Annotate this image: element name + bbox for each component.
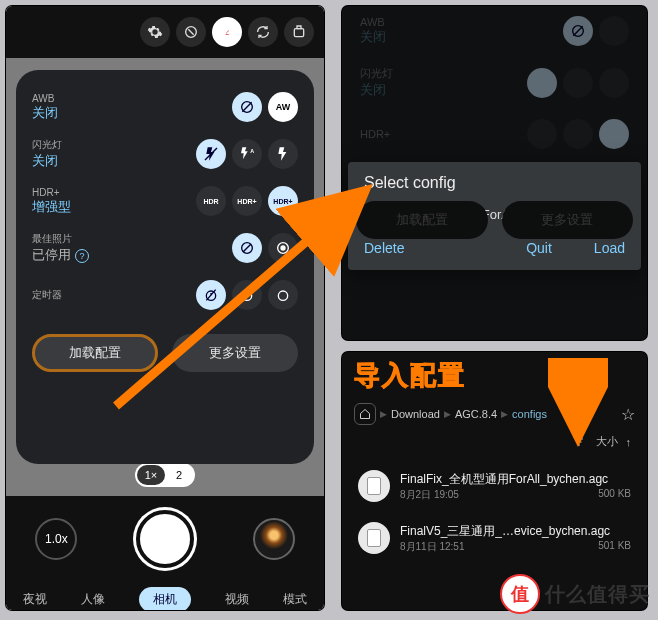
bg-more-settings-button: 更多设置 <box>502 201 634 239</box>
hdr-label: HDR+ <box>32 187 196 198</box>
svg-point-8 <box>281 246 285 250</box>
svg-point-10 <box>242 291 251 300</box>
bg-hdr-2-icon <box>563 119 593 149</box>
more-settings-button[interactable]: 更多设置 <box>172 334 298 372</box>
hdr-off-icon[interactable]: HDR <box>196 186 226 216</box>
file-list: FinalFix_全机型通用ForAll_bychen.agc 8月2日 19:… <box>354 460 635 564</box>
flash-on-icon[interactable] <box>268 139 298 169</box>
chevron-right-icon: ▶ <box>444 409 451 419</box>
file-date: 8月2日 19:05 <box>400 488 459 502</box>
bg-awb-on-icon <box>599 16 629 46</box>
toolbar-icon-4[interactable] <box>248 17 278 47</box>
bg-awb-value: 关闭 <box>360 28 563 46</box>
file-size: 501 KB <box>598 540 631 554</box>
breadcrumb-bar: ▶ Download ▶ AGC.8.4 ▶ configs ☆ <box>354 400 635 428</box>
camera-preview-area: AWB 关闭 AW 闪光灯 关闭 A <box>6 58 324 454</box>
svg-text:A: A <box>250 148 254 154</box>
leica-brand-icon[interactable]: ℒ <box>212 17 242 47</box>
hdr-value: 增强型 <box>32 198 196 216</box>
bg-hdr-label: HDR+ <box>360 128 527 140</box>
mode-portrait[interactable]: 人像 <box>81 591 105 608</box>
file-size: 500 KB <box>598 488 631 502</box>
sort-direction-icon[interactable]: ↑ <box>626 436 632 448</box>
toolbar-icon-2[interactable] <box>176 17 206 47</box>
zoom-1x[interactable]: 1× <box>137 465 165 485</box>
sort-controls[interactable]: 大小 ↑ <box>576 434 632 449</box>
timer-off-icon[interactable] <box>196 280 226 310</box>
awb-value: 关闭 <box>32 104 232 122</box>
quit-button[interactable]: Quit <box>526 240 552 256</box>
bg-hdr-3-icon <box>599 119 629 149</box>
awb-label: AWB <box>32 93 232 104</box>
help-icon[interactable]: ? <box>75 249 89 263</box>
hdr-enhanced-icon[interactable]: HDR+ <box>268 186 298 216</box>
breadcrumb-download[interactable]: Download <box>391 408 440 420</box>
file-row[interactable]: FinalFix_全机型通用ForAll_bychen.agc 8月2日 19:… <box>354 460 635 512</box>
settings-gear-icon[interactable] <box>140 17 170 47</box>
load-config-button[interactable]: 加载配置 <box>32 334 158 372</box>
awb-on-icon[interactable]: AW <box>268 92 298 122</box>
bg-flash-off-icon <box>527 68 557 98</box>
file-date: 8月11日 12:51 <box>400 540 465 554</box>
breadcrumb-agc[interactable]: AGC.8.4 <box>455 408 497 420</box>
best-shot-value: 已停用? <box>32 246 232 264</box>
timer-label: 定时器 <box>32 288 196 302</box>
breadcrumb-configs[interactable]: configs <box>512 408 547 420</box>
bg-flash-value: 关闭 <box>360 81 527 99</box>
flash-off-icon[interactable] <box>196 139 226 169</box>
file-icon <box>358 522 390 554</box>
file-browser-panel: 导入配置 ▶ Download ▶ AGC.8.4 ▶ configs ☆ 大小… <box>342 352 647 610</box>
flash-row: 闪光灯 关闭 A <box>32 130 298 178</box>
sort-icon <box>576 436 588 448</box>
awb-off-icon[interactable] <box>232 92 262 122</box>
file-name: FinalFix_全机型通用ForAll_bychen.agc <box>400 471 631 488</box>
shutter-button[interactable] <box>136 510 194 568</box>
best-on-icon[interactable] <box>268 233 298 263</box>
timer-10s-icon[interactable] <box>268 280 298 310</box>
camera-top-toolbar: ℒ <box>6 6 324 58</box>
file-icon <box>358 470 390 502</box>
sort-label: 大小 <box>596 434 618 449</box>
file-row[interactable]: FinalV5_三星通用_…evice_bychen.agc 8月11日 12:… <box>354 512 635 564</box>
file-name: FinalV5_三星通用_…evice_bychen.agc <box>400 523 631 540</box>
mode-camera[interactable]: 相机 <box>139 587 191 611</box>
svg-rect-3 <box>294 29 303 37</box>
import-config-annotation: 导入配置 <box>354 358 466 393</box>
gallery-thumbnail[interactable] <box>253 518 295 560</box>
load-button[interactable]: Load <box>594 240 625 256</box>
best-shot-row: 最佳照片 已停用? <box>32 224 298 272</box>
hdr-on-icon[interactable]: HDR+ <box>232 186 262 216</box>
bg-awb-off-icon <box>563 16 593 46</box>
flash-auto-icon[interactable]: A <box>232 139 262 169</box>
mode-switcher: 夜视 人像 相机 视频 模式 <box>6 582 324 610</box>
bg-awb-label: AWB <box>360 16 563 28</box>
timer-row: 定时器 <box>32 272 298 318</box>
settings-bottom-buttons: 加载配置 更多设置 <box>32 334 298 372</box>
bg-flash-auto-icon <box>563 68 593 98</box>
mode-more[interactable]: 模式 <box>283 591 307 608</box>
zoom-indicator[interactable]: 1.0x <box>35 518 77 560</box>
bg-load-config-button: 加载配置 <box>356 201 488 239</box>
timer-3s-icon[interactable] <box>232 280 262 310</box>
camera-app-panel: ℒ AWB 关闭 AW 闪光灯 关闭 <box>6 6 324 610</box>
delete-button[interactable]: Delete <box>364 240 404 256</box>
best-shot-label: 最佳照片 <box>32 232 232 246</box>
svg-point-11 <box>278 291 287 300</box>
bg-flash-label: 闪光灯 <box>360 66 527 81</box>
zoom-2x[interactable]: 2 <box>165 469 193 481</box>
chevron-right-icon: ▶ <box>380 409 387 419</box>
best-off-icon[interactable] <box>232 233 262 263</box>
watermark-badge: 值 <box>500 574 540 614</box>
mode-night[interactable]: 夜视 <box>23 591 47 608</box>
favorite-star-icon[interactable]: ☆ <box>621 405 635 424</box>
home-icon[interactable] <box>354 403 376 425</box>
flash-label: 闪光灯 <box>32 138 196 152</box>
shutter-controls: 1.0x <box>6 496 324 582</box>
chevron-right-icon: ▶ <box>501 409 508 419</box>
toolbar-icon-5[interactable] <box>284 17 314 47</box>
config-dialog-panel: AWB 关闭 闪光灯 关闭 HDR+ <box>342 6 647 340</box>
mode-video[interactable]: 视频 <box>225 591 249 608</box>
dialog-title: Select config <box>364 174 625 192</box>
flash-value: 关闭 <box>32 152 196 170</box>
zoom-pill[interactable]: 1× 2 <box>135 463 195 487</box>
